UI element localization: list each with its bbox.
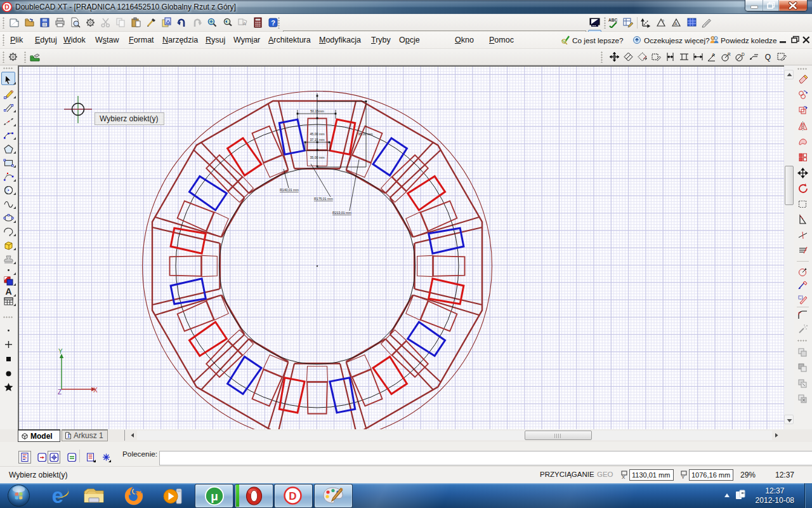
svg-text:Y: Y <box>681 474 685 479</box>
svg-text:ABC: ABC <box>608 18 617 22</box>
svg-text:X: X <box>93 387 98 394</box>
svg-text:μ: μ <box>211 490 218 503</box>
svg-text:Y: Y <box>58 348 63 355</box>
svg-text:R213,01 mm: R213,01 mm <box>332 211 351 215</box>
svg-text:Q: Q <box>764 53 770 62</box>
svg-text:50,15mm: 50,15mm <box>310 109 324 113</box>
svg-text:X: X <box>622 474 625 479</box>
svg-text:37,15 mm: 37,15 mm <box>310 138 324 142</box>
svg-text:35,00 mm: 35,00 mm <box>310 156 324 159</box>
svg-text:1: 1 <box>67 434 70 438</box>
svg-text:D: D <box>4 3 10 11</box>
svg-text:e: e <box>52 486 63 506</box>
svg-text:R175,01 mm: R175,01 mm <box>314 197 333 201</box>
svg-text:A: A <box>712 53 715 57</box>
svg-text:D: D <box>289 490 296 502</box>
svg-text:?: ? <box>271 19 275 27</box>
svg-text:R: R <box>728 52 731 57</box>
svg-text:R140,01 mm: R140,01 mm <box>280 188 299 192</box>
svg-text:95,00 mm: 95,00 mm <box>358 132 372 136</box>
svg-text:Z: Z <box>58 389 62 396</box>
svg-text:A: A <box>243 22 246 26</box>
svg-text:D: D <box>742 52 745 57</box>
svg-text:?: ? <box>662 19 664 23</box>
svg-text:45,00 mm: 45,00 mm <box>310 132 324 136</box>
svg-text:A: A <box>674 22 678 26</box>
